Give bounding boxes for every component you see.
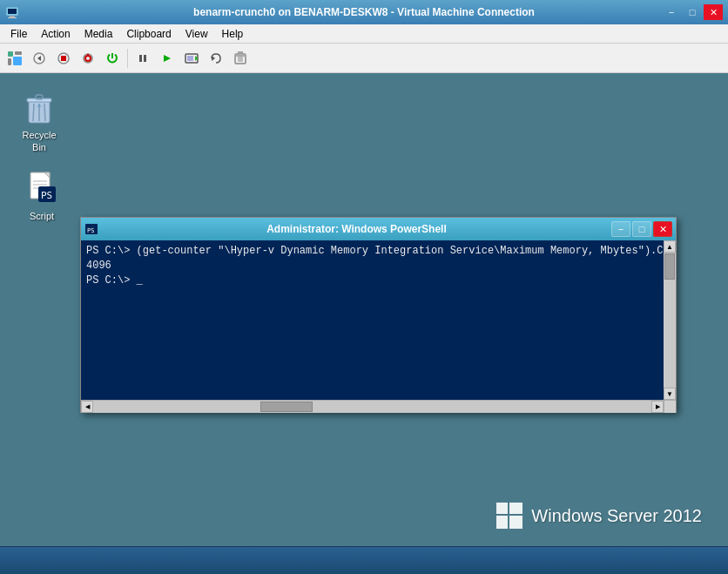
svg-rect-2: [10, 16, 15, 17]
ps-bottom-bar: ◀ ▶: [81, 400, 676, 412]
script-image: PS: [24, 171, 59, 206]
recycle-bin-icon[interactable]: Recycle Bin: [9, 86, 70, 159]
toolbar-stop-btn[interactable]: [52, 47, 75, 70]
svg-rect-44: [509, 503, 522, 514]
ps-close-btn[interactable]: ✕: [653, 221, 672, 237]
ps-scroll-thumb[interactable]: [664, 253, 675, 280]
vm-title-icon: [5, 5, 19, 19]
svg-rect-46: [509, 516, 522, 529]
svg-rect-23: [235, 54, 246, 57]
recycle-bin-image: [22, 90, 57, 125]
title-controls: − □ ✕: [662, 4, 723, 20]
toolbar-revert-btn[interactable]: [205, 47, 227, 70]
title-bar-left: [5, 5, 19, 19]
ps-terminal-output[interactable]: PS C:\> (get-counter "\Hyper-v Dynamic M…: [81, 240, 664, 400]
svg-marker-21: [212, 56, 215, 61]
toolbar-pause-btn[interactable]: [131, 47, 154, 70]
vm-desktop: Recycle Bin PS Script: [0, 73, 728, 546]
menu-file[interactable]: File: [3, 26, 34, 42]
ps-minimize-btn[interactable]: −: [611, 221, 630, 237]
menu-media[interactable]: Media: [78, 26, 120, 42]
svg-rect-5: [15, 51, 22, 55]
ps-title-bar: PS Administrator: Windows PowerShell − □…: [81, 218, 676, 240]
svg-rect-3: [8, 17, 17, 18]
toolbar-snapshot-btn[interactable]: [180, 47, 203, 70]
toolbar-power-btn[interactable]: [101, 47, 124, 70]
title-bar: benarm-crunch0 on BENARM-DESKW8 - Virtua…: [0, 0, 728, 24]
ps-hscroll-track: [93, 401, 651, 413]
minimize-button[interactable]: −: [662, 4, 681, 20]
toolbar-delete-btn[interactable]: [229, 47, 252, 70]
svg-line-31: [44, 104, 45, 121]
windows-logo: [496, 503, 522, 529]
svg-rect-7: [13, 57, 22, 65]
toolbar: [0, 44, 728, 73]
ps-hscroll-thumb[interactable]: [260, 402, 313, 412]
recycle-bin-label: Recycle Bin: [12, 128, 66, 155]
svg-rect-1: [8, 9, 17, 14]
svg-rect-6: [8, 58, 11, 65]
toolbar-reset-btn[interactable]: [77, 47, 99, 70]
svg-rect-16: [144, 55, 146, 62]
close-button[interactable]: ✕: [704, 4, 723, 20]
svg-text:PS: PS: [87, 227, 94, 234]
svg-rect-4: [8, 51, 13, 57]
ps-maximize-btn[interactable]: □: [632, 221, 651, 237]
svg-rect-33: [36, 95, 43, 99]
ps-scroll-down-btn[interactable]: ▼: [664, 388, 676, 400]
ps-vertical-scrollbar[interactable]: ▲ ▼: [664, 240, 676, 400]
toolbar-back-btn[interactable]: [28, 47, 51, 70]
svg-rect-19: [187, 56, 193, 61]
svg-rect-15: [139, 55, 142, 62]
ps-controls: − □ ✕: [611, 221, 672, 237]
ps-title-icon: PS: [84, 222, 98, 236]
ps-scroll-right-btn[interactable]: ▶: [651, 401, 664, 413]
menu-clipboard[interactable]: Clipboard: [119, 26, 178, 42]
svg-text:PS: PS: [41, 190, 52, 201]
menu-bar: File Action Media Clipboard View Help: [0, 24, 728, 44]
taskbar: [0, 546, 728, 574]
menu-action[interactable]: Action: [34, 26, 77, 42]
svg-line-29: [33, 104, 34, 121]
ps-corner: [664, 401, 676, 413]
svg-marker-17: [164, 55, 171, 62]
maximize-button[interactable]: □: [683, 4, 702, 20]
script-label: Script: [28, 209, 56, 223]
svg-rect-11: [61, 56, 66, 61]
ps-scroll-left-btn[interactable]: ◀: [81, 401, 93, 413]
ws-branding: Windows Server 2012: [496, 503, 702, 529]
ps-content: PS C:\> (get-counter "\Hyper-v Dynamic M…: [81, 240, 676, 400]
menu-view[interactable]: View: [179, 26, 215, 42]
svg-rect-43: [496, 503, 508, 514]
ps-window-title: Administrator: Windows PowerShell: [102, 223, 611, 235]
toolbar-play-btn[interactable]: [156, 47, 179, 70]
script-icon[interactable]: PS Script: [11, 167, 72, 226]
branding-text: Windows Server 2012: [531, 506, 702, 526]
toolbar-sep1: [127, 49, 128, 68]
window-title: benarm-crunch0 on BENARM-DESKW8 - Virtua…: [193, 6, 535, 18]
svg-rect-45: [496, 516, 508, 529]
ps-scroll-up-btn[interactable]: ▲: [664, 240, 676, 253]
menu-help[interactable]: Help: [215, 26, 251, 42]
powershell-window: PS Administrator: Windows PowerShell − □…: [80, 217, 677, 413]
toolbar-settings-btn[interactable]: [3, 47, 26, 70]
svg-marker-9: [37, 56, 41, 61]
